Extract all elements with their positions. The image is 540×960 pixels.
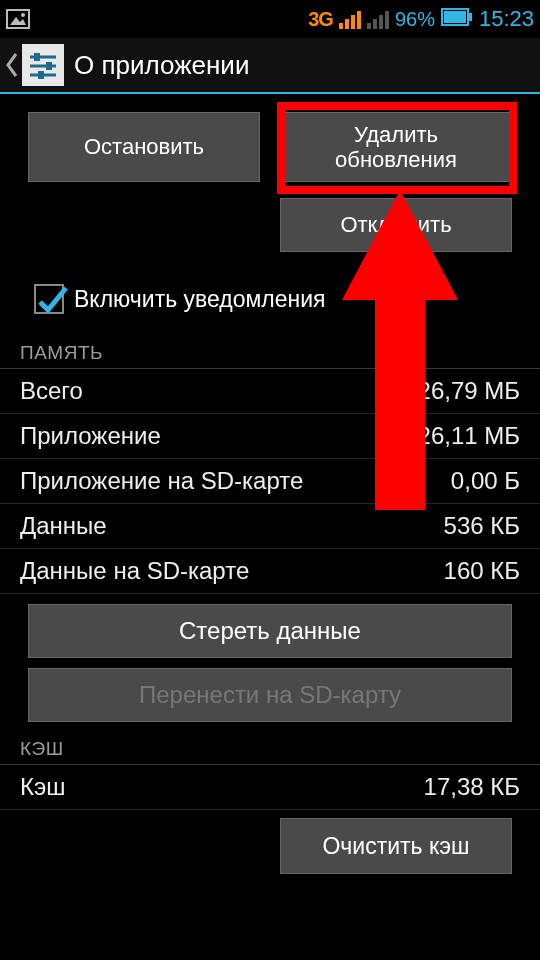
clear-cache-button-label: Очистить кэш (322, 833, 469, 859)
storage-app-sd-row: Приложение на SD-карте 0,00 Б (0, 459, 540, 504)
storage-data-sd-value: 160 КБ (444, 557, 520, 585)
storage-total-label: Всего (20, 377, 83, 405)
cache-value: 17,38 КБ (424, 773, 520, 801)
clock: 15:23 (479, 6, 534, 32)
page-title: О приложении (74, 50, 249, 81)
svg-rect-7 (367, 23, 371, 29)
storage-data-value: 536 КБ (444, 512, 520, 540)
signal-icon (339, 9, 361, 29)
svg-rect-10 (385, 11, 389, 29)
storage-data-row: Данные 536 КБ (0, 504, 540, 549)
clear-data-button[interactable]: Стереть данные (28, 604, 512, 658)
svg-rect-3 (339, 23, 343, 29)
clear-cache-button[interactable]: Очистить кэш (280, 818, 512, 874)
signal-icon-2 (367, 9, 389, 29)
storage-data-sd-label: Данные на SD-карте (20, 557, 249, 585)
move-to-sd-button-label: Перенести на SD-карту (139, 681, 401, 709)
delete-updates-button[interactable]: Удалить обновления (280, 112, 512, 182)
storage-app-label: Приложение (20, 422, 161, 450)
disable-button-label: Отключить (340, 212, 451, 237)
storage-app-sd-value: 0,00 Б (451, 467, 520, 495)
cache-label: Кэш (20, 773, 65, 801)
storage-app-sd-label: Приложение на SD-карте (20, 467, 303, 495)
storage-total-row: Всего 26,79 МБ (0, 369, 540, 414)
delete-updates-button-label: Удалить обновления (335, 122, 457, 173)
svg-rect-9 (379, 15, 383, 29)
move-to-sd-button: Перенести на SD-карту (28, 668, 512, 722)
notifications-checkbox-row[interactable]: Включить уведомления (0, 260, 540, 334)
svg-rect-8 (373, 19, 377, 29)
checkbox-icon (34, 284, 64, 314)
content: Остановить Удалить обновления Отключить … (0, 94, 540, 874)
disable-button[interactable]: Отключить (280, 198, 512, 252)
svg-rect-19 (38, 71, 44, 79)
battery-icon (441, 8, 473, 31)
svg-rect-15 (34, 53, 40, 61)
svg-rect-17 (46, 62, 52, 70)
svg-rect-0 (7, 10, 29, 28)
cache-row: Кэш 17,38 КБ (0, 765, 540, 810)
storage-section-header: ПАМЯТЬ (0, 334, 540, 369)
back-icon[interactable] (4, 52, 20, 78)
svg-point-2 (21, 13, 25, 17)
stop-button-label: Остановить (84, 134, 204, 159)
svg-rect-5 (351, 15, 355, 29)
svg-marker-1 (10, 17, 26, 25)
storage-total-value: 26,79 МБ (418, 377, 520, 405)
battery-percent: 96% (395, 8, 435, 31)
storage-data-sd-row: Данные на SD-карте 160 КБ (0, 549, 540, 594)
network-type-label: 3G (308, 8, 333, 31)
svg-rect-13 (469, 13, 472, 21)
storage-app-row: Приложение 26,11 МБ (0, 414, 540, 459)
storage-app-value: 26,11 МБ (418, 422, 520, 450)
svg-rect-4 (345, 19, 349, 29)
settings-sliders-icon (22, 44, 64, 86)
action-bar[interactable]: О приложении (0, 38, 540, 94)
notifications-label: Включить уведомления (74, 286, 326, 313)
svg-rect-12 (444, 11, 466, 23)
status-bar: 3G 96% 15:23 (0, 0, 540, 38)
svg-rect-6 (357, 11, 361, 29)
storage-data-label: Данные (20, 512, 107, 540)
clear-data-button-label: Стереть данные (179, 617, 361, 645)
cache-section-header: КЭШ (0, 730, 540, 765)
picture-icon (6, 9, 30, 29)
stop-button[interactable]: Остановить (28, 112, 260, 182)
